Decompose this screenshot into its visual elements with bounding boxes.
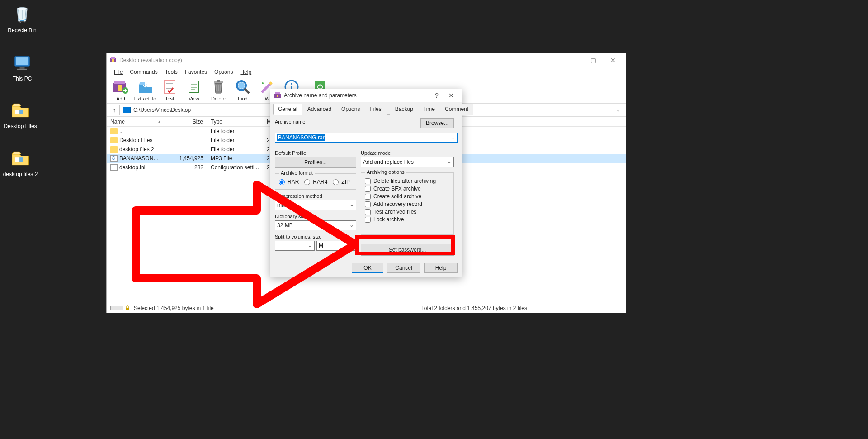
- minimize-button[interactable]: —: [563, 54, 583, 67]
- archive-name-input[interactable]: BANANASONG.rar: [275, 133, 458, 143]
- tool-test[interactable]: Test: [157, 78, 182, 102]
- folder-icon: [9, 100, 31, 121]
- split-unit-select[interactable]: M: [316, 241, 356, 251]
- browse-button[interactable]: Browse...: [420, 118, 454, 128]
- menu-favorites[interactable]: Favorites: [181, 67, 211, 77]
- desktop-icon-folder-1[interactable]: Desktop FIles: [2, 100, 38, 129]
- tab-options[interactable]: Options: [336, 104, 365, 115]
- profiles-button[interactable]: Profiles...: [275, 157, 356, 168]
- split-size-input[interactable]: [275, 241, 315, 251]
- svg-rect-13: [114, 81, 125, 84]
- progress-icon: [110, 306, 123, 310]
- opt-sfx[interactable]: Create SFX archive: [365, 186, 450, 192]
- format-zip[interactable]: ZIP: [333, 179, 350, 185]
- column-size[interactable]: Size: [165, 117, 207, 126]
- menu-tools[interactable]: Tools: [161, 67, 181, 77]
- tool-label: Find: [238, 96, 247, 101]
- tab-time[interactable]: Time: [418, 104, 440, 115]
- svg-rect-5: [15, 110, 19, 114]
- svg-rect-32: [277, 95, 278, 97]
- svg-rect-4: [17, 69, 27, 70]
- help-button[interactable]: Help: [424, 263, 458, 273]
- tool-view[interactable]: View: [182, 78, 206, 102]
- up-button[interactable]: ↑: [109, 106, 119, 114]
- folder-icon: [110, 137, 118, 143]
- tool-add[interactable]: Add: [108, 78, 133, 102]
- sort-indicator-icon: ▲: [157, 119, 161, 124]
- add-icon: [113, 79, 129, 95]
- file-icon: [110, 164, 118, 171]
- svg-rect-10: [111, 57, 115, 59]
- default-profile-label: Default Profile: [275, 150, 356, 156]
- tool-label: Test: [165, 96, 174, 101]
- titlebar: Desktop (evaluation copy) — ▢ ✕: [107, 53, 626, 67]
- desktop-icon-label: desktop files 2: [3, 171, 38, 177]
- tool-extract-to[interactable]: Extract To: [133, 78, 157, 102]
- compression-select[interactable]: mal: [275, 200, 356, 210]
- opt-recovery[interactable]: Add recovery record: [365, 201, 450, 207]
- svg-rect-2: [16, 57, 28, 65]
- tool-label: View: [189, 96, 199, 101]
- close-button[interactable]: ✕: [444, 92, 458, 99]
- archive-dialog: Archive name and parameters ? ✕ General …: [270, 89, 462, 277]
- column-name[interactable]: Name▲: [107, 117, 165, 126]
- desktop-icon-this-pc[interactable]: This PC: [4, 52, 40, 82]
- file-icon: [110, 155, 118, 162]
- test-icon: [161, 79, 178, 95]
- dictionary-select[interactable]: 32 MB: [275, 220, 356, 230]
- svg-rect-18: [189, 81, 198, 92]
- desktop-icon-label: Recycle Bin: [8, 27, 36, 33]
- desktop-icon-folder-2[interactable]: desktop files 2: [2, 148, 38, 177]
- maximize-button[interactable]: ▢: [583, 54, 603, 67]
- tab-general[interactable]: General: [273, 104, 302, 115]
- opt-solid[interactable]: Create solid archive: [365, 193, 450, 200]
- menubar: File Commands Tools Favorites Options He…: [107, 67, 626, 77]
- update-mode-label: Update mode: [361, 150, 454, 156]
- desktop-icon-label: This PC: [13, 76, 32, 82]
- tool-find[interactable]: Find: [231, 78, 255, 102]
- svg-rect-3: [20, 67, 25, 69]
- svg-point-23: [262, 82, 264, 84]
- opt-test[interactable]: Test archived files: [365, 209, 450, 215]
- status-total: Total 2 folders and 1,455,207 bytes in 2…: [421, 305, 622, 311]
- dialog-buttons: OK Cancel Help: [352, 263, 458, 273]
- archiving-options-label: Archiving options: [365, 169, 406, 175]
- opt-delete-after[interactable]: Delete files after archiving: [365, 178, 450, 184]
- folder-icon: [110, 146, 118, 153]
- tab-files[interactable]: Files: [365, 104, 386, 115]
- tab-advanced[interactable]: Advanced: [302, 104, 336, 115]
- desktop-icon-recycle-bin[interactable]: Recycle Bin: [4, 4, 40, 33]
- compression-label: Compression method: [275, 193, 356, 199]
- menu-help[interactable]: Help: [236, 67, 255, 77]
- tab-comment[interactable]: Comment: [440, 104, 473, 115]
- path-text: C:\Users\Vince\Desktop: [133, 107, 191, 113]
- winrar-app-icon: [274, 92, 281, 99]
- menu-commands[interactable]: Commands: [126, 67, 161, 77]
- svg-point-22: [238, 82, 245, 89]
- menu-options[interactable]: Options: [211, 67, 236, 77]
- archive-format-label: Archive format: [279, 170, 315, 176]
- tab-backup[interactable]: Backup: [390, 104, 418, 115]
- close-button[interactable]: ✕: [603, 54, 623, 67]
- format-rar[interactable]: RAR: [279, 179, 299, 185]
- window-title: Desktop (evaluation copy): [119, 57, 182, 63]
- tool-label: W: [265, 96, 269, 101]
- extract-icon: [137, 79, 153, 95]
- format-rar4[interactable]: RAR4: [304, 179, 327, 185]
- svg-point-26: [291, 83, 292, 85]
- column-type[interactable]: Type: [207, 117, 263, 126]
- update-mode-select[interactable]: Add and replace files: [361, 157, 454, 167]
- ok-button[interactable]: OK: [352, 263, 383, 273]
- tool-label: Extract To: [134, 96, 156, 101]
- tool-delete[interactable]: Delete: [206, 78, 231, 102]
- status-selected: Selected 1,454,925 bytes in 1 file: [134, 305, 214, 311]
- svg-rect-11: [112, 59, 114, 62]
- split-label: Split to volumes, size: [275, 234, 356, 239]
- help-button[interactable]: ?: [429, 92, 444, 99]
- menu-file[interactable]: File: [110, 67, 126, 77]
- opt-lock[interactable]: Lock archive: [365, 216, 450, 223]
- svg-rect-31: [275, 92, 280, 94]
- folder-icon: [9, 148, 31, 169]
- cancel-button[interactable]: Cancel: [387, 263, 420, 273]
- set-password-button[interactable]: Set password...: [361, 244, 454, 256]
